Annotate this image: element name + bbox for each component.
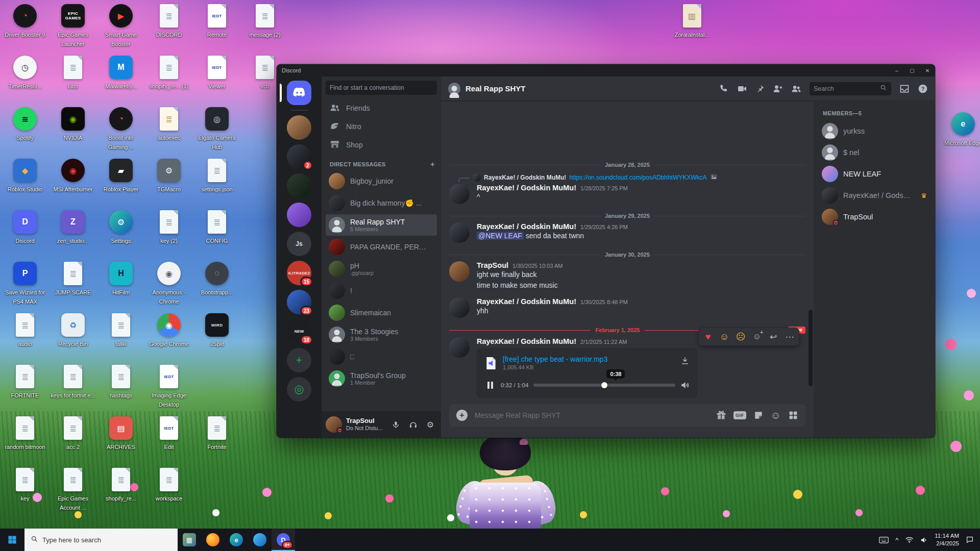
gif-picker-icon[interactable]: GIF — [733, 411, 746, 419]
message-avatar[interactable] — [449, 222, 470, 243]
desktop-icon[interactable]: ◔ Driver Booster 9 — [2, 4, 48, 39]
desktop-icon[interactable]: D Discord — [2, 210, 48, 245]
dm-item[interactable]: pH .gg/soarp — [326, 258, 437, 280]
discord-home-button[interactable] — [287, 81, 311, 105]
dm-item[interactable]: TrapSoul's Group 1 Member — [326, 368, 437, 389]
message-author[interactable]: RayexKae! / Godskin MuMu! — [477, 222, 576, 231]
dm-item[interactable]: Slimemaican — [326, 302, 437, 323]
network-icon[interactable] — [905, 537, 914, 543]
desktop-icon[interactable]: ≣ hashtags — [98, 365, 144, 399]
start-video-call-icon[interactable] — [737, 84, 747, 94]
dm-item[interactable]: The 3 Stoogies 3 Members — [326, 324, 437, 345]
member-list-icon[interactable] — [791, 84, 801, 94]
desktop-icon[interactable]: ◉ NVIDIA — [50, 107, 96, 142]
minimize-button[interactable]: – — [889, 64, 904, 77]
desktop-icon[interactable]: ≣ message (2) — [242, 4, 288, 39]
server-icon[interactable]: KJTRADEZ 15 — [287, 261, 311, 285]
member-row[interactable]: NEW LEAF — [818, 163, 931, 185]
window-titlebar[interactable]: Discord – ▢ ✕ — [277, 64, 935, 77]
quick-reaction-button[interactable]: ☹ — [732, 329, 749, 344]
gift-icon[interactable] — [716, 410, 726, 420]
desktop-icon[interactable]: ≣ shopify_re... — [98, 468, 144, 503]
desktop-icon[interactable]: ≣ Epic Games Account ... — [50, 468, 96, 512]
dm-item[interactable]: Bigboy_junior — [326, 170, 437, 192]
seek-bar-handle[interactable] — [601, 382, 607, 388]
reply-icon[interactable]: ↩ — [765, 329, 781, 344]
message-avatar[interactable] — [449, 184, 470, 204]
desktop-icon[interactable]: EPIC GAMES Epic Games Launcher — [50, 4, 96, 48]
settings-gear-icon[interactable]: ⚙ — [424, 418, 437, 431]
apps-icon[interactable] — [788, 410, 798, 420]
search-input[interactable]: Search — [810, 82, 891, 95]
desktop-icon[interactable]: IEDT Remote — [194, 4, 240, 39]
desktop-icon[interactable]: ≣ tallki — [98, 313, 144, 348]
server-icon[interactable]: ◎ — [287, 377, 311, 402]
desktop-icon[interactable]: ▤ ARCHIVES — [98, 416, 144, 451]
add-friends-to-dm-icon[interactable] — [773, 84, 783, 94]
dm-item[interactable]: Real Rapp SHYT 5 Members — [326, 214, 437, 236]
desktop-icon[interactable]: ≣ key (2) — [146, 210, 192, 245]
dm-item[interactable]: □ — [326, 346, 437, 367]
taskbar-app-icon[interactable]: e — [225, 529, 248, 551]
quick-reaction-button[interactable]: ♥ — [700, 329, 716, 344]
message-author[interactable]: RayexKae! / Godskin MuMu! — [477, 337, 576, 345]
server-icon[interactable] — [287, 173, 311, 198]
desktop-icon[interactable]: M Malwareby... — [98, 56, 144, 90]
desktop-icon[interactable]: ≣ Libs — [50, 56, 96, 90]
user-mention[interactable]: @NEW LEAF — [477, 232, 524, 240]
hidden-icons-chevron[interactable]: ^ — [895, 536, 898, 544]
add-reaction-icon[interactable]: ☺ — [749, 329, 765, 344]
desktop-icon[interactable]: H HitFilm — [98, 262, 144, 296]
desktop-icon[interactable]: ≣ random bitmoon — [2, 416, 48, 451]
pause-button[interactable] — [484, 380, 496, 391]
attachment-filename[interactable]: [free] che type beat - warrior.mp3 — [503, 355, 675, 364]
server-icon[interactable]: Js — [287, 232, 311, 256]
more-actions-icon[interactable]: ⋯ — [781, 329, 798, 344]
dm-item[interactable]: Big dick harmony✊ ... — [326, 192, 437, 214]
sidebar-item-shop[interactable]: Shop — [326, 136, 437, 154]
taskbar-app-icon[interactable]: D 9+ — [272, 529, 295, 551]
dm-item[interactable]: ! — [326, 280, 437, 302]
conversation-search-button[interactable]: Find or start a conversation — [326, 81, 437, 95]
emoji-picker-icon[interactable]: ☺ — [771, 410, 781, 421]
message-author[interactable]: RayexKae! / Godskin MuMu! — [477, 184, 576, 192]
desktop-icon[interactable]: ≣ keys for fortnit e... — [50, 365, 96, 399]
desktop-icon[interactable]: ≣ Fortnite — [194, 416, 240, 451]
taskbar-app-icon[interactable]: ▦ — [178, 529, 201, 551]
taskbar-clock[interactable]: 11:14 AM 2/4/2025 — [935, 532, 959, 547]
message-author[interactable]: RayexKae! / Godskin MuMu! — [477, 297, 576, 306]
pinned-messages-icon[interactable] — [755, 84, 765, 93]
close-button[interactable]: ✕ — [920, 64, 935, 77]
desktop-icon[interactable]: ≣ JUMP SCARE — [50, 262, 96, 296]
member-row[interactable]: $ nel — [818, 142, 931, 163]
desktop-icon[interactable]: ◔ Boost into Gaming ... — [98, 107, 144, 151]
message-author[interactable]: TrapSoul — [477, 261, 508, 269]
desktop-icon[interactable]: ▰ Roblox Player — [98, 159, 144, 193]
taskbar-app-icon[interactable] — [201, 529, 225, 551]
desktop-icon[interactable]: ≋ Spotify — [2, 107, 48, 142]
start-button[interactable] — [0, 529, 24, 551]
desktop-icon[interactable]: ≣ autoexec — [146, 107, 192, 142]
message-input[interactable]: + Message Real Rapp SHYT GIF ☺ — [449, 404, 805, 427]
download-icon[interactable] — [680, 356, 690, 367]
desktop-icon[interactable]: Z zen_studio... — [50, 210, 96, 245]
member-row[interactable]: yurkss — [818, 120, 931, 142]
member-row[interactable]: RayexKae! / Godski... ♛ — [818, 185, 931, 206]
desktop-icon[interactable]: IEDT Imaging Edge Desktop — [146, 365, 192, 409]
desktop-icon[interactable]: ≣ key — [2, 468, 48, 503]
taskbar-search-input[interactable]: Type here to search — [24, 529, 178, 551]
reply-context[interactable]: RayexKae! / Godskin MuMu! https://on.sou… — [458, 173, 805, 182]
action-center-icon[interactable] — [966, 536, 974, 544]
desktop-icon[interactable]: ≣ DISCORD — [146, 4, 192, 39]
reply-link[interactable]: https://on.soundcloud.com/posADbhhtWYKXW… — [569, 174, 706, 181]
server-icon[interactable]: 2 — [287, 144, 311, 169]
maximize-button[interactable]: ▢ — [904, 64, 920, 77]
chat-scrollbar[interactable] — [808, 310, 813, 386]
sidebar-item-nitro[interactable]: Nitro — [326, 118, 437, 135]
desktop-icon[interactable]: ▥ ZoraraInstal... — [669, 4, 715, 39]
desktop-icon[interactable]: ◉ MSI Afterburner — [50, 159, 96, 193]
desktop-icon[interactable]: ≣ acc 2 — [50, 416, 96, 451]
help-icon[interactable]: ? — [918, 84, 928, 94]
desktop-icon[interactable]: ▶ Smart Game Booster — [98, 4, 144, 48]
desktop-icon[interactable]: ◷ TimerResol... — [2, 56, 48, 90]
